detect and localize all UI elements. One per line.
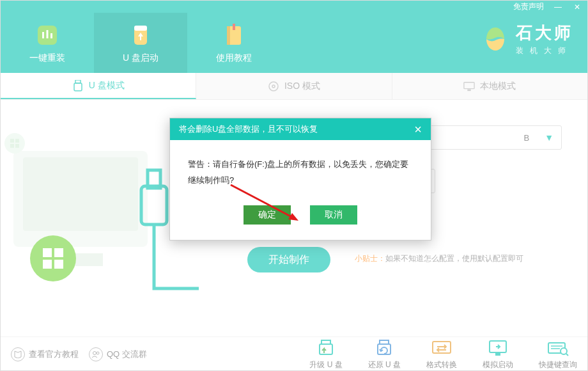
confirm-modal: 将会删除U盘全部数据，且不可以恢复 × 警告：请自行备份(F:)盘上的所有数据，…	[169, 118, 431, 240]
modal-header: 将会删除U盘全部数据，且不可以恢复 ×	[170, 118, 431, 140]
modal-title: 将会删除U盘全部数据，且不可以恢复	[179, 123, 414, 135]
modal-overlay: 将会删除U盘全部数据，且不可以恢复 × 警告：请自行备份(F:)盘上的所有数据，…	[1, 1, 587, 370]
modal-close-button[interactable]: ×	[414, 123, 422, 136]
cancel-button[interactable]: 取消	[310, 205, 357, 225]
modal-message: 警告：请自行备份(F:)盘上的所有数据，以免丢失，您确定要继续制作吗?	[188, 157, 413, 188]
ok-button[interactable]: 确定	[244, 205, 291, 225]
